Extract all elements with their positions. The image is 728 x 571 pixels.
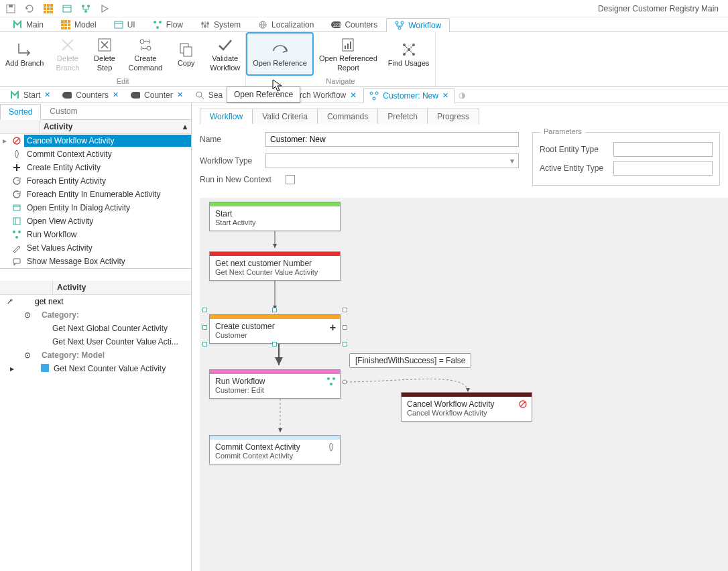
tab-flow[interactable]: Flow [144, 17, 192, 31]
filter-item[interactable]: ▸Get Next Counter Value Activity [0, 362, 191, 375]
doc-tab-customer-new[interactable]: Customer: New✕ [363, 88, 454, 103]
validate-workflow-button[interactable]: Validate Workflow [204, 32, 245, 76]
ed-tab-workflow[interactable]: Workflow [200, 109, 253, 124]
svg-point-63 [15, 236, 18, 239]
wf-node-cancel[interactable]: Cancel Workflow Activity Cancel Workflow… [401, 392, 532, 422]
active-entity-input[interactable] [613, 161, 713, 176]
ed-tab-valid-criteria[interactable]: Valid Criteria [252, 109, 318, 124]
category-label: Category: [39, 309, 191, 321]
side-tab-custom[interactable]: Custom [41, 103, 86, 119]
filter-item[interactable]: Get Next User Counter Value Acti... [0, 335, 191, 348]
activity-header[interactable]: Activity [44, 122, 72, 131]
parameters-legend: Parameters [540, 127, 586, 135]
plus-icon [9, 163, 24, 172]
wf-node-getnext[interactable]: Get next customer Number Get Next Counte… [209, 251, 341, 281]
root-entity-input[interactable] [613, 142, 713, 157]
edit-icon [9, 243, 24, 253]
activity-row[interactable]: ▸Cancel Workflow Activity [0, 134, 191, 147]
find-usages-button[interactable]: Find Usages [383, 32, 435, 76]
quick-access-toolbar: Designer Customer Registry Main [0, 0, 728, 17]
open-reference-button[interactable]: Open Reference [246, 32, 314, 76]
name-input[interactable] [265, 132, 519, 147]
close-icon[interactable]: ✕ [442, 91, 448, 100]
add-branch-button[interactable]: Add Branch [0, 32, 49, 76]
tab-workflow[interactable]: Workflow [386, 18, 450, 32]
refresh-icon[interactable] [24, 3, 35, 14]
svg-rect-34 [184, 47, 192, 56]
form-icon[interactable] [62, 3, 72, 14]
close-icon[interactable]: ✕ [44, 90, 50, 99]
activity-row[interactable]: Open View Activity [0, 214, 191, 228]
message-icon [9, 257, 24, 266]
svg-point-31 [140, 40, 144, 44]
selection-handles [205, 310, 345, 344]
condition-label[interactable]: [FinishedWithSuccess] = False [349, 353, 471, 368]
tab-localization[interactable]: Localization [249, 17, 322, 31]
tab-model[interactable]: Model [52, 17, 105, 31]
close-icon[interactable]: ✕ [177, 90, 183, 99]
svg-line-49 [201, 97, 204, 99]
svg-rect-2 [63, 5, 71, 12]
copy-button[interactable]: Copy [168, 32, 204, 76]
ed-tab-progress[interactable]: Progress [427, 109, 479, 124]
wf-node-commit[interactable]: Commit Context Activity Commit Context A… [209, 435, 341, 464]
grid-icon[interactable] [43, 3, 54, 14]
filter-section: Activity ⊸ ⊙Category: Get Next Global Co… [0, 281, 191, 375]
activity-row[interactable]: Create Entity Activity [0, 161, 191, 174]
svg-point-10 [159, 21, 162, 23]
workflow-canvas[interactable]: Start Start Activity Get next customer N… [200, 198, 728, 571]
tab-ui[interactable]: UI [105, 17, 144, 31]
activity-row[interactable]: Open Entity In Dialog Activity [0, 201, 191, 214]
open-referenced-report-button[interactable]: Open Referenced Report [314, 32, 383, 76]
tooltip: Open Reference [227, 86, 300, 103]
svg-point-23 [396, 21, 398, 24]
activity-row[interactable]: Foreach Entity In Enumerable Activity [0, 188, 191, 201]
view-icon [9, 216, 24, 226]
ed-tab-commands[interactable]: Commands [317, 109, 378, 124]
expand-icon[interactable]: ⊙ [24, 351, 39, 360]
svg-point-69 [343, 380, 347, 384]
save-icon[interactable] [5, 3, 16, 14]
svg-point-17 [206, 22, 209, 25]
expand-icon[interactable]: ⊙ [24, 310, 39, 320]
wf-node-start[interactable]: Start Start Activity [209, 202, 341, 231]
editor-panel: Workflow Valid Criteria Commands Prefetc… [192, 103, 728, 571]
wf-node-run[interactable]: Run Workflow Customer: Edit [209, 369, 341, 399]
dialog-icon [9, 203, 24, 212]
close-icon[interactable]: ✕ [350, 90, 363, 100]
tab-overflow-icon[interactable]: ◑ [459, 90, 465, 100]
svg-point-71 [332, 377, 335, 380]
run-icon[interactable] [99, 3, 110, 14]
svg-point-52 [373, 97, 375, 100]
root-entity-label: Root Entity Type [540, 145, 613, 154]
create-command-button[interactable]: Create Command [123, 32, 168, 76]
doc-tab-counter[interactable]: Counter✕ [125, 88, 189, 103]
doc-tab-search[interactable]: Sea [189, 88, 216, 103]
close-icon[interactable]: ✕ [113, 90, 119, 99]
activity-row[interactable]: Commit Context Activity [0, 147, 191, 161]
tab-counters[interactable]: 123Counters [322, 17, 386, 31]
filter-item[interactable]: Get Next Global Counter Activity [0, 322, 191, 335]
filter-input[interactable] [32, 296, 191, 308]
activity-row[interactable]: Set Values Activity [0, 241, 191, 255]
activity-row[interactable]: Foreach Entity Activity [0, 174, 191, 188]
svg-point-70 [327, 377, 330, 380]
sort-asc-icon[interactable]: ▴ [183, 122, 187, 131]
run-new-context-checkbox[interactable] [286, 175, 295, 184]
activity-row[interactable]: Run Workflow [0, 228, 191, 241]
doc-tab-start[interactable]: Start✕ [4, 88, 56, 103]
tab-system[interactable]: System [192, 17, 249, 31]
side-tab-sorted[interactable]: Sorted [0, 104, 41, 120]
activity-row[interactable]: Show Message Box Activity [0, 255, 191, 268]
delete-step-button[interactable]: Delete Step [86, 32, 123, 76]
svg-point-25 [398, 27, 401, 29]
parameters-panel: Parameters Root Entity Type Active Entit… [532, 132, 720, 186]
ed-tab-prefetch[interactable]: Prefetch [377, 109, 428, 124]
svg-point-62 [18, 231, 21, 233]
workflow-type-select[interactable] [265, 153, 519, 168]
filter-header[interactable]: Activity [57, 283, 86, 292]
tab-main[interactable]: Main [4, 17, 52, 31]
svg-rect-47 [131, 92, 140, 99]
flow-icon[interactable] [80, 3, 91, 14]
doc-tab-counters[interactable]: Counters✕ [56, 88, 125, 103]
